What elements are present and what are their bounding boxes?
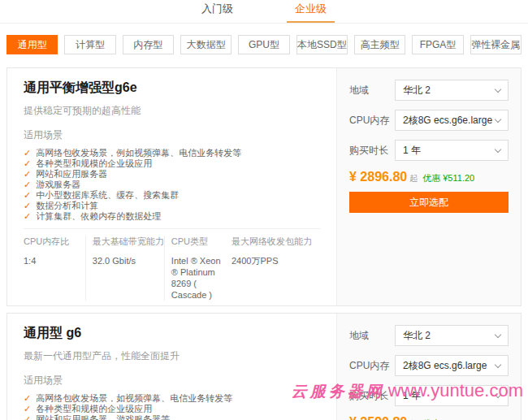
scenario-item: ✓网站和应用服务器、游戏服务器等: [24, 414, 320, 420]
duration-select[interactable]: 1 年: [395, 140, 509, 161]
category-fpga[interactable]: FPGA型: [412, 35, 463, 54]
chevron-down-icon: [495, 85, 501, 92]
scenario-text: 数据分析和计算: [36, 201, 98, 210]
scenario-item: ✓中小型数据库系统、缓存、搜索集群: [24, 190, 320, 201]
scenario-text: 各种类型和规模的企业级应用: [36, 158, 152, 168]
cpu-mem-label: CPU内存: [349, 359, 395, 373]
chevron-down-icon: [495, 115, 501, 122]
product-description: 最新一代通用型产品，性能全面提升: [24, 349, 320, 363]
chevron-down-icon: [495, 361, 501, 367]
check-icon: ✓: [24, 169, 31, 179]
cpu-mem-row: CPU内存 2核8G ecs.g6e.large: [349, 110, 509, 131]
price-from-suffix: 起: [409, 173, 418, 184]
discount-text: 优惠 ¥511.20: [422, 172, 474, 184]
scenario-list: ✓高网络包收发场景，如视频弹幕、电信业务转发等 ✓各种类型和规模的企业级应用 ✓…: [24, 393, 320, 420]
check-icon: ✓: [24, 180, 31, 189]
scenario-text: 计算集群、依赖内存的数据处理: [36, 211, 161, 221]
duration-row: 购买时长 1 年: [349, 140, 509, 161]
check-icon: ✓: [24, 404, 31, 414]
check-icon: ✓: [24, 190, 31, 200]
spec-bandwidth: 最大基础带宽能力 32.0 Gbit/s: [86, 236, 165, 301]
scenario-list: ✓高网络包收发场景，例如视频弹幕、电信业务转发等 ✓各种类型和规模的企业级应用 …: [24, 148, 320, 222]
spec-cpu-mem-ratio: CPU内存比 1:4: [24, 236, 86, 301]
scenario-item: ✓高网络包收发场景，如视频弹幕、电信业务转发等: [24, 393, 320, 404]
scenario-text: 网站和应用服务器、游戏服务器等: [36, 414, 170, 420]
scenario-item: ✓各种类型和规模的企业级应用: [24, 158, 320, 169]
check-icon: ✓: [24, 414, 31, 420]
config-panel: 地域 华北 2 CPU内存 2核8G ecs.g6.large 购买时长 1 年…: [336, 314, 521, 420]
price-row: ¥ 2896.80 起 优惠 ¥511.20: [349, 170, 509, 184]
category-gpu[interactable]: GPU型: [238, 35, 289, 54]
scenario-text: 网站和应用服务器: [36, 169, 107, 179]
check-icon: ✓: [24, 211, 31, 221]
check-icon: ✓: [24, 393, 31, 403]
level-tabbar: 入门级 企业级: [0, 0, 528, 24]
product-title: 通用型 g6: [24, 325, 320, 342]
product-title: 通用平衡增强型g6e: [24, 80, 320, 97]
price-amount: ¥ 2896.80: [349, 170, 407, 184]
price-row: ¥ 2590.80 起 优惠 ¥457.20: [349, 415, 509, 420]
scenario-item: ✓网站和应用服务器: [24, 169, 320, 180]
scenario-item: ✓计算集群、依赖内存的数据处理: [24, 211, 320, 222]
region-label: 地域: [349, 84, 395, 97]
scenario-text: 中小型数据库系统、缓存、搜索集群: [36, 190, 179, 200]
cpu-mem-select[interactable]: 2核8G ecs.g6e.large: [395, 110, 509, 131]
price-amount: ¥ 2590.80: [349, 415, 407, 420]
category-compute[interactable]: 计算型: [64, 35, 115, 54]
chevron-down-icon: [495, 145, 501, 152]
category-high-freq[interactable]: 高主频型: [354, 35, 405, 54]
chevron-down-icon: [495, 391, 501, 397]
scenario-item: ✓各种类型和规模的企业级应用: [24, 404, 320, 414]
check-icon: ✓: [24, 201, 31, 210]
product-info: 通用平衡增强型g6e 提供稳定可预期的超高性能 适用场景 ✓高网络包收发场景，例…: [7, 68, 336, 305]
duration-label: 购买时长: [349, 144, 395, 158]
category-bigdata[interactable]: 大数据型: [180, 35, 232, 54]
scenarios-label: 适用场景: [24, 128, 320, 142]
product-card-g6: 通用型 g6 最新一代通用型产品，性能全面提升 适用场景 ✓高网络包收发场景，如…: [6, 313, 522, 420]
spec-table: CPU内存比 1:4 最大基础带宽能力 32.0 Gbit/s CPU类型 In…: [24, 228, 320, 305]
tab-enterprise-level[interactable]: 企业级: [287, 2, 335, 23]
category-local-ssd[interactable]: 本地SSD型: [296, 35, 348, 54]
chevron-down-icon: [495, 331, 501, 337]
region-select[interactable]: 华北 2: [395, 80, 509, 101]
category-bar: 通用型 计算型 内存型 大数据型 GPU型 本地SSD型 高主频型 FPGA型 …: [6, 35, 522, 54]
region-select[interactable]: 华北 2: [395, 325, 509, 346]
scenario-item: ✓游戏服务器: [24, 180, 320, 190]
category-general[interactable]: 通用型: [6, 35, 58, 54]
check-icon: ✓: [24, 158, 31, 168]
product-card-g6e: 通用平衡增强型g6e 提供稳定可预期的超高性能 适用场景 ✓高网络包收发场景，例…: [6, 67, 522, 306]
duration-row: 购买时长 1 年: [349, 385, 509, 406]
category-bare-metal[interactable]: 弹性裸金属: [470, 35, 522, 54]
scenario-text: 各种类型和规模的企业级应用: [36, 404, 152, 414]
product-info: 通用型 g6 最新一代通用型产品，性能全面提升 适用场景 ✓高网络包收发场景，如…: [7, 314, 336, 420]
scenarios-label: 适用场景: [24, 374, 320, 388]
scenario-item: ✓数据分析和计算: [24, 201, 320, 211]
region-label: 地域: [349, 329, 395, 343]
region-row: 地域 华北 2: [349, 325, 509, 346]
tab-entry-level[interactable]: 入门级: [193, 2, 241, 23]
region-row: 地域 华北 2: [349, 80, 509, 101]
configure-now-button[interactable]: 立即选配: [349, 192, 509, 213]
category-memory[interactable]: 内存型: [123, 35, 174, 54]
scenario-item: ✓高网络包收发场景，例如视频弹幕、电信业务转发等: [24, 148, 320, 158]
scenario-text: 高网络包收发场景，如视频弹幕、电信业务转发等: [36, 393, 232, 403]
product-description: 提供稳定可预期的超高性能: [24, 104, 320, 118]
scenario-text: 游戏服务器: [36, 180, 80, 189]
duration-label: 购买时长: [349, 389, 395, 403]
spec-pps: 最大网络收发包能力 2400万PPS: [232, 236, 320, 301]
check-icon: ✓: [24, 148, 31, 158]
scenario-text: 高网络包收发场景，例如视频弹幕、电信业务转发等: [36, 148, 241, 158]
cpu-mem-row: CPU内存 2核8G ecs.g6.large: [349, 355, 509, 376]
config-panel: 地域 华北 2 CPU内存 2核8G ecs.g6e.large 购买时长 1 …: [336, 68, 521, 305]
cpu-mem-label: CPU内存: [349, 114, 395, 128]
cpu-mem-select[interactable]: 2核8G ecs.g6.large: [395, 355, 509, 376]
spec-cpu-type: CPU类型 Intel ® Xeon ® Platinum 8269 ( Cas…: [165, 236, 232, 301]
duration-select[interactable]: 1 年: [395, 385, 509, 406]
